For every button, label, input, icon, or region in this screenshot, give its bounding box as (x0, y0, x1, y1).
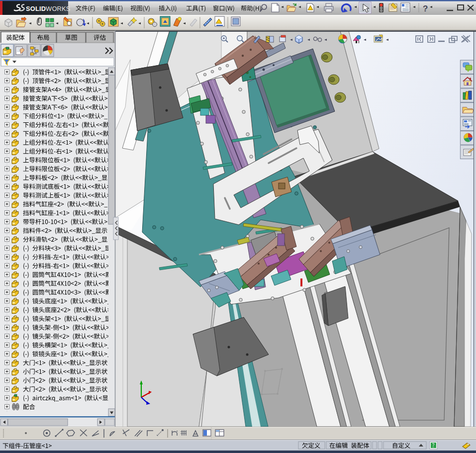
svg-text:?: ? (423, 4, 428, 13)
svg-text:SOLIDWORKS: SOLIDWORKS (26, 5, 70, 12)
